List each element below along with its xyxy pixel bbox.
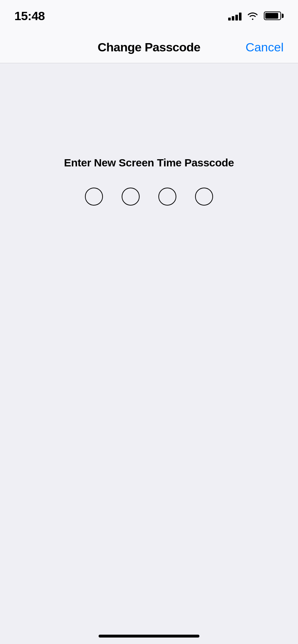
wifi-icon [247, 11, 259, 20]
battery-body [264, 12, 281, 20]
passcode-dot-4 [195, 188, 213, 206]
home-indicator [99, 635, 199, 638]
passcode-prompt-text: Enter New Screen Time Passcode [64, 157, 234, 169]
signal-icon [228, 11, 241, 20]
passcode-dot-1 [85, 188, 103, 206]
passcode-dots [85, 188, 213, 206]
battery-fill [265, 13, 278, 19]
signal-bar-3 [235, 15, 238, 20]
nav-bar: Change Passcode Cancel [0, 32, 298, 63]
page-title: Change Passcode [58, 40, 240, 54]
content-area: Enter New Screen Time Passcode [0, 63, 298, 644]
signal-bar-4 [239, 13, 241, 20]
passcode-dot-3 [158, 188, 176, 206]
cancel-button[interactable]: Cancel [240, 40, 284, 54]
passcode-dot-2 [122, 188, 140, 206]
signal-bar-1 [228, 18, 231, 20]
signal-bar-2 [232, 16, 234, 20]
status-time: 15:48 [14, 9, 45, 23]
status-bar: 15:48 [0, 0, 298, 32]
battery-icon [264, 12, 284, 20]
battery-tip [282, 14, 284, 18]
status-icons [228, 11, 284, 20]
